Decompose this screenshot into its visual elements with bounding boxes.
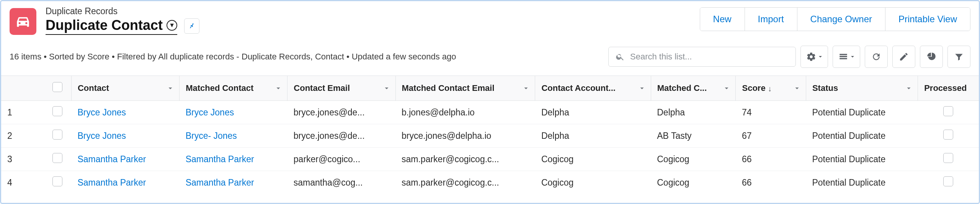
cell-matched-account: Cogicog [651, 171, 736, 194]
cell-score: 74 [736, 101, 806, 124]
settings-button[interactable] [800, 46, 828, 68]
col-contact-account[interactable]: Contact Account... [535, 76, 651, 101]
edit-button[interactable] [892, 46, 915, 68]
col-matched-contact[interactable]: Matched Contact [180, 76, 287, 101]
matched-contact-link[interactable]: Bryce- Jones [186, 131, 237, 141]
table-row: 1Bryce JonesBryce Jonesbryce.jones@de...… [1, 101, 979, 124]
cell-matched-email: sam.parker@cogicog.c... [395, 148, 535, 171]
row-checkbox[interactable] [52, 176, 62, 186]
cell-processed [918, 171, 979, 194]
cell-processed [918, 101, 979, 124]
contact-link[interactable]: Samantha Parker [77, 154, 146, 164]
printable-view-button[interactable]: Printable View [885, 8, 970, 31]
chevron-down-icon [522, 84, 530, 92]
chevron-down-icon [274, 84, 283, 92]
breadcrumb: Duplicate Records [46, 6, 199, 16]
processed-checkbox[interactable] [943, 176, 953, 186]
cell-contact-email: bryce.jones@de... [287, 101, 395, 124]
gear-icon [806, 52, 816, 62]
row-checkbox[interactable] [52, 106, 62, 116]
search-icon [616, 52, 625, 61]
col-contact[interactable]: Contact [71, 76, 179, 101]
contact-link[interactable]: Samantha Parker [77, 178, 146, 188]
cell-contact-account: Delpha [535, 101, 651, 124]
cell-contact-account: Cogicog [535, 148, 651, 171]
row-number: 4 [1, 171, 44, 194]
cell-status: Potential Duplicate [806, 124, 918, 148]
row-select-cell [44, 171, 72, 194]
page-title: Duplicate Contact [46, 17, 163, 33]
cell-matched-email: bryce.jones@delpha.io [395, 124, 535, 148]
table-row: 3Samantha ParkerSamantha Parkerparker@co… [1, 148, 979, 171]
cell-contact-account: Delpha [535, 124, 651, 148]
list-tools [608, 46, 970, 68]
matched-contact-link[interactable]: Samantha Parker [186, 154, 254, 164]
cell-matched-account: Cogicog [651, 148, 736, 171]
change-owner-button[interactable]: Change Owner [797, 8, 885, 31]
caret-down-icon [851, 55, 854, 59]
contact-link[interactable]: Bryce Jones [77, 131, 126, 141]
cell-status: Potential Duplicate [806, 148, 918, 171]
row-select-cell [44, 124, 72, 148]
refresh-button[interactable] [865, 46, 888, 68]
col-processed[interactable]: Processed [918, 76, 979, 101]
chevron-down-icon: ▼ [167, 20, 177, 31]
matched-contact-link[interactable]: Samantha Parker [186, 178, 254, 188]
chart-button[interactable] [920, 46, 943, 68]
col-contact-email[interactable]: Contact Email [287, 76, 395, 101]
filter-button[interactable] [947, 46, 970, 68]
object-icon [10, 8, 36, 35]
display-button[interactable] [833, 46, 860, 68]
cell-matched-account: Delpha [651, 101, 736, 124]
caret-down-icon [818, 55, 822, 59]
pencil-icon [899, 52, 909, 62]
pin-icon [188, 22, 196, 30]
duplicate-records-table: Contact Matched Contact Contact Email Ma… [1, 76, 979, 194]
cell-contact: Bryce Jones [71, 124, 179, 148]
processed-checkbox[interactable] [943, 153, 953, 163]
row-number: 1 [1, 101, 44, 124]
cell-matched-contact: Samantha Parker [180, 148, 287, 171]
table-row: 4Samantha ParkerSamantha Parkersamantha@… [1, 171, 979, 194]
matched-contact-link[interactable]: Bryce Jones [186, 107, 234, 117]
row-checkbox[interactable] [52, 130, 62, 140]
import-button[interactable]: Import [745, 8, 797, 31]
sort-desc-icon: ↓ [768, 84, 772, 93]
chevron-down-icon [905, 84, 913, 92]
cell-matched-account: AB Tasty [651, 124, 736, 148]
table-row: 2Bryce JonesBryce- Jonesbryce.jones@de..… [1, 124, 979, 148]
cell-contact: Samantha Parker [71, 171, 179, 194]
table-icon [838, 52, 848, 62]
cell-score: 66 [736, 148, 806, 171]
chevron-down-icon [722, 84, 731, 92]
cell-matched-email: sam.parker@cogicog.c... [395, 171, 535, 194]
row-checkbox[interactable] [52, 153, 62, 163]
col-matched-account[interactable]: Matched C... [651, 76, 736, 101]
pie-chart-icon [926, 52, 936, 62]
col-rownum [1, 76, 44, 101]
filter-icon [954, 52, 964, 62]
cell-score: 66 [736, 171, 806, 194]
processed-checkbox[interactable] [943, 106, 953, 116]
processed-checkbox[interactable] [943, 130, 953, 140]
car-icon [15, 13, 31, 30]
col-select-all[interactable] [44, 76, 72, 101]
cell-contact-email: samantha@cog... [287, 171, 395, 194]
col-matched-email[interactable]: Matched Contact Email [395, 76, 535, 101]
search-input[interactable] [630, 52, 789, 62]
pin-button[interactable] [184, 18, 199, 34]
col-status[interactable]: Status [806, 76, 918, 101]
search-box[interactable] [608, 47, 796, 67]
list-view-title[interactable]: Duplicate Contact ▼ [46, 17, 177, 35]
new-button[interactable]: New [700, 8, 745, 31]
row-number: 2 [1, 124, 44, 148]
row-number: 3 [1, 148, 44, 171]
col-score[interactable]: Score↓ [736, 76, 806, 101]
list-subheader: 16 items • Sorted by Score • Filtered by… [10, 52, 456, 62]
select-all-checkbox[interactable] [52, 82, 62, 92]
cell-contact-email: bryce.jones@de... [287, 124, 395, 148]
contact-link[interactable]: Bryce Jones [77, 107, 126, 117]
cell-matched-contact: Samantha Parker [180, 171, 287, 194]
chevron-down-icon [166, 84, 175, 92]
cell-score: 67 [736, 124, 806, 148]
